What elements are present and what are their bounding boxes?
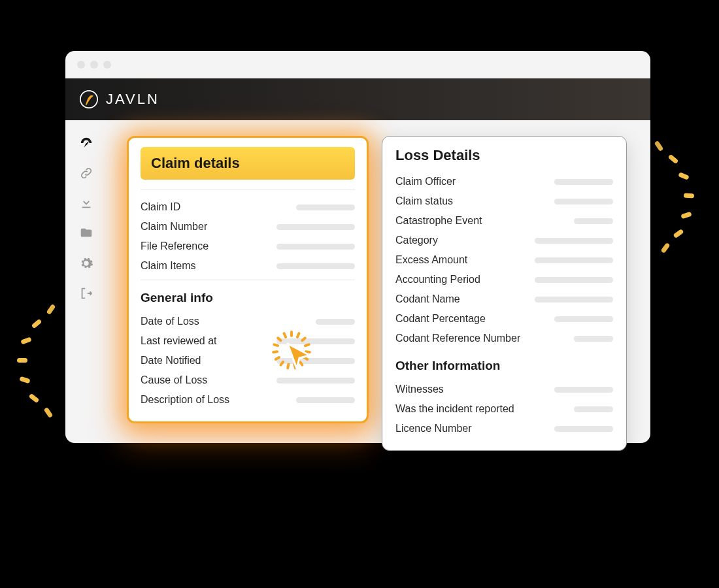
field-label: Last reviewed at — [141, 335, 217, 347]
field-row: Claim status — [395, 191, 613, 211]
window-minimize-dot[interactable] — [90, 61, 98, 69]
field-value-placeholder — [554, 316, 613, 322]
field-label: Codant Reference Number — [395, 333, 520, 344]
field-value-placeholder — [296, 397, 355, 403]
claim-details-title: Claim details — [141, 147, 355, 180]
logout-icon[interactable] — [79, 286, 93, 301]
field-value-placeholder — [276, 224, 355, 230]
field-row: Codant Percentage — [395, 309, 613, 329]
window-zoom-dot[interactable] — [103, 61, 111, 69]
field-label: Accounting Period — [395, 274, 480, 286]
field-value-placeholder — [535, 238, 613, 244]
field-row: Witnesses — [395, 380, 613, 399]
field-value-placeholder — [276, 378, 355, 384]
main-content: Claim details Claim ID Claim Number File… — [107, 120, 650, 443]
field-value-placeholder — [574, 218, 613, 224]
divider — [141, 189, 355, 189]
field-row: Date of Loss — [141, 312, 355, 331]
field-value-placeholder — [554, 387, 613, 393]
field-label: Catastrophe Event — [395, 215, 482, 227]
field-row: Claim Officer — [395, 172, 613, 191]
field-value-placeholder — [574, 336, 613, 342]
field-row: Claim Items — [141, 256, 355, 276]
field-label: Witnesses — [395, 384, 444, 395]
field-row: Catastrophe Event — [395, 211, 613, 231]
field-label: Claim Number — [141, 221, 207, 233]
app-window: JAVLN Claim details Claim ID Claim Numbe… — [65, 51, 650, 443]
divider — [141, 280, 355, 280]
field-row: Claim ID — [141, 197, 355, 217]
field-row: Licence Number — [395, 419, 613, 438]
window-titlebar — [65, 51, 650, 78]
field-value-placeholder — [535, 277, 613, 283]
field-row: Accounting Period — [395, 270, 613, 289]
field-value-placeholder — [316, 319, 355, 325]
brand-logo-icon — [80, 90, 98, 108]
field-label: Codant Name — [395, 293, 460, 305]
decorative-sparks-right — [647, 144, 719, 274]
loss-details-card: Loss Details Claim Officer Claim status … — [382, 136, 627, 451]
field-label: Description of Loss — [141, 394, 229, 406]
field-value-placeholder — [535, 257, 613, 263]
brand[interactable]: JAVLN — [80, 90, 159, 108]
window-close-dot[interactable] — [77, 61, 85, 69]
field-label: Claim Items — [141, 260, 195, 272]
dashboard-icon[interactable] — [79, 136, 93, 150]
general-info-title: General info — [141, 291, 355, 305]
field-value-placeholder — [535, 297, 613, 302]
field-label: File Reference — [141, 240, 209, 252]
field-label: Cause of Loss — [141, 374, 207, 386]
field-label: Date of Loss — [141, 316, 199, 327]
field-row: File Reference — [141, 237, 355, 256]
field-label: Excess Amount — [395, 254, 467, 266]
field-row: Codant Reference Number — [395, 329, 613, 348]
field-row: Excess Amount — [395, 250, 613, 270]
field-row: Claim Number — [141, 217, 355, 237]
loss-details-title: Loss Details — [395, 147, 613, 164]
field-label: Was the incident reported — [395, 403, 514, 415]
field-value-placeholder — [296, 204, 355, 210]
folder-icon[interactable] — [79, 226, 93, 240]
field-label: Licence Number — [395, 423, 472, 434]
field-label: Date Notified — [141, 355, 201, 367]
field-row: Date Notified — [141, 351, 355, 370]
sidebar — [65, 120, 107, 443]
link-icon[interactable] — [79, 166, 93, 180]
brand-name: JAVLN — [106, 91, 159, 108]
field-value-placeholder — [276, 338, 355, 344]
field-label: Category — [395, 235, 438, 246]
claim-details-card: Claim details Claim ID Claim Number File… — [127, 136, 369, 423]
field-value-placeholder — [574, 406, 613, 412]
field-row: Last reviewed at — [141, 331, 355, 351]
settings-icon[interactable] — [79, 256, 93, 270]
top-navbar: JAVLN — [65, 78, 650, 120]
field-row: Category — [395, 231, 613, 250]
field-value-placeholder — [554, 179, 613, 185]
field-row: Description of Loss — [141, 390, 355, 410]
field-value-placeholder — [554, 199, 613, 204]
field-value-placeholder — [276, 263, 355, 269]
field-label: Claim status — [395, 195, 453, 207]
field-label: Codant Percentage — [395, 313, 486, 325]
field-value-placeholder — [554, 426, 613, 432]
field-value-placeholder — [276, 244, 355, 250]
field-row: Codant Name — [395, 289, 613, 309]
field-label: Claim ID — [141, 201, 180, 213]
field-row: Was the incident reported — [395, 399, 613, 419]
other-information-title: Other Information — [395, 359, 613, 373]
field-value-placeholder — [276, 358, 355, 364]
field-row: Cause of Loss — [141, 370, 355, 390]
download-icon[interactable] — [79, 196, 93, 210]
field-label: Claim Officer — [395, 176, 456, 188]
